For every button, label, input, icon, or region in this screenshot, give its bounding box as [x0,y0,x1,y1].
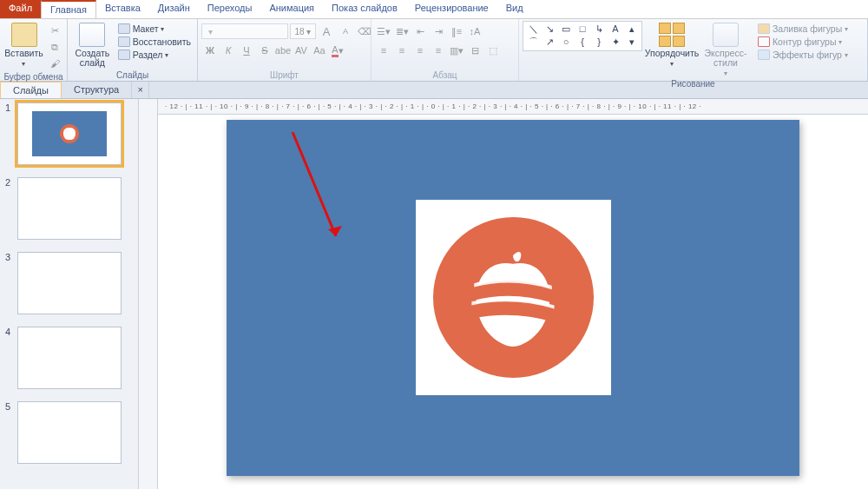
ribbon: Вставить▾ ✂ ⧉ 🖌 Буфер обмена Создать сла… [0,19,868,82]
strike-button[interactable]: S [256,43,273,58]
group-paragraph-label: Абзац [375,69,515,81]
thumbnail-slide-4[interactable] [17,327,122,389]
quick-styles-icon [713,23,739,47]
slide[interactable] [227,120,799,476]
shape-brace-r-icon: } [591,36,607,49]
ribbon-tabs: Файл Главная Вставка Дизайн Переходы Ани… [0,0,868,19]
thumbnail-row[interactable]: 2 [5,177,133,240]
grow-font-button[interactable]: A [318,23,335,39]
tab-view[interactable]: Вид [497,0,532,18]
shapes-gallery[interactable]: ＼ ↘ ▭ □ ↳ A ▴ ⌒ ↗ ○ { } ✦ ▾ [523,21,642,51]
panel-close-button[interactable]: × [132,82,149,98]
indent-button[interactable]: ⇥ [430,23,447,39]
numbering-button[interactable]: ≣▾ [393,23,411,39]
smartart-button[interactable]: ⬚ [484,43,502,58]
tab-file[interactable]: Файл [0,0,41,18]
layout-icon [118,23,130,34]
thumbnail-slide-3[interactable] [17,252,122,314]
shadow-button[interactable]: abe [274,43,292,58]
shape-line-icon: ＼ [525,23,541,36]
change-case-button[interactable]: Aa [311,43,328,58]
slide-canvas[interactable] [158,115,868,489]
shape-line2-icon: ↗ [542,36,557,49]
thumbnail-slide-1[interactable] [17,102,122,165]
thumbnail-number: 2 [5,177,12,188]
thumbnail-slide-2[interactable] [17,177,122,240]
columns-button[interactable]: ▥▾ [448,43,465,58]
text-direction-button[interactable]: ↕A [466,23,483,39]
copy-button[interactable]: ⧉ [46,39,63,55]
horizontal-ruler: · 12 · | · 11 · | · 10 · | · 9 · | · 8 ·… [158,99,868,115]
group-slides-label: Слайды [71,69,194,81]
cut-button[interactable]: ✂ [46,23,63,38]
gallery-up-icon[interactable]: ▴ [624,23,640,36]
effects-icon [758,50,770,60]
clear-format-button[interactable]: ⌫ [356,23,373,39]
restore-icon [118,36,130,47]
font-name-combo[interactable]: ▾ [201,23,288,39]
tab-insert[interactable]: Вставка [96,0,149,18]
tab-home[interactable]: Главная [41,0,96,18]
shape-effects-button[interactable]: Эффекты фигур ▾ [755,49,851,61]
line-spacing-button[interactable]: ‖≡ [448,23,465,39]
thumbnail-slide-5[interactable] [17,401,122,464]
shape-star-icon: ✦ [608,36,623,49]
shape-square-icon: □ [575,23,590,36]
shape-curve-icon: ⌒ [525,36,541,49]
outdent-button[interactable]: ⇤ [411,23,429,39]
arrange-icon [659,23,685,47]
thumbnail-row[interactable]: 4 [5,327,133,389]
group-drawing-label: Рисование [523,78,864,89]
shape-textbox-icon: A [608,23,623,36]
shape-outline-button[interactable]: Контур фигуры ▾ [755,36,851,48]
new-slide-button[interactable]: Создать слайд [71,21,114,68]
work-area: 1 2 3 4 5 · 12 · | · 11 · | · 10 · | · 9… [0,99,868,489]
layout-button[interactable]: Макет ▾ [115,23,194,35]
thumbnail-number: 5 [5,401,12,412]
tab-slideshow[interactable]: Показ слайдов [323,0,406,18]
thumbnail-row[interactable]: 3 [5,252,133,314]
thumbnails-panel[interactable]: 1 2 3 4 5 [0,99,139,489]
new-slide-icon [79,23,105,47]
thumbnail-row[interactable]: 1 [5,102,133,165]
section-button[interactable]: Раздел ▾ [115,49,194,61]
thumbnail-number: 1 [5,102,12,113]
vertical-ruler [139,99,158,489]
bullets-button[interactable]: ☰▾ [375,23,392,39]
shape-conn-icon: ↳ [591,23,607,36]
bold-button[interactable]: Ж [201,43,219,58]
char-spacing-button[interactable]: AV [293,43,310,58]
panel-tab-outline[interactable]: Структура [62,82,132,98]
justify-button[interactable]: ≡ [430,43,447,58]
align-right-button[interactable]: ≡ [411,43,429,58]
shape-rect-icon: ▭ [558,23,574,36]
thumbnail-logo-icon [60,124,79,143]
thumbnail-row[interactable]: 5 [5,401,133,464]
logo-circle-icon [433,217,594,378]
font-size-combo[interactable]: 18 ▾ [290,23,316,39]
quick-styles-button[interactable]: Экспресс-стили▾ [701,21,750,78]
panel-tab-slides[interactable]: Слайды [0,82,62,98]
tab-transitions[interactable]: Переходы [199,0,261,18]
restore-button[interactable]: Восстановить [115,36,194,48]
format-painter-button[interactable]: 🖌 [46,56,63,71]
underline-button[interactable]: Ч [238,43,255,58]
gallery-more-icon[interactable]: ▾ [624,36,640,49]
shrink-font-button[interactable]: A [337,23,354,39]
shape-arrow-icon: ↘ [542,23,557,36]
tab-animation[interactable]: Анимация [260,0,323,18]
tab-design[interactable]: Дизайн [149,0,199,18]
align-left-button[interactable]: ≡ [375,43,392,58]
apple-tape-logo-icon [452,237,574,359]
align-text-button[interactable]: ⊟ [466,43,483,58]
clipboard-icon [11,23,37,47]
arrange-button[interactable]: Упорядочить▾ [648,21,696,69]
italic-button[interactable]: К [220,43,237,58]
paste-button[interactable]: Вставить▾ [3,21,44,69]
align-center-button[interactable]: ≡ [393,43,411,58]
shape-fill-button[interactable]: Заливка фигуры ▾ [755,23,851,35]
font-color-button[interactable]: A▾ [329,43,346,58]
tab-review[interactable]: Рецензирование [406,0,497,18]
inserted-image[interactable] [416,200,611,395]
pencil-icon [758,36,770,47]
